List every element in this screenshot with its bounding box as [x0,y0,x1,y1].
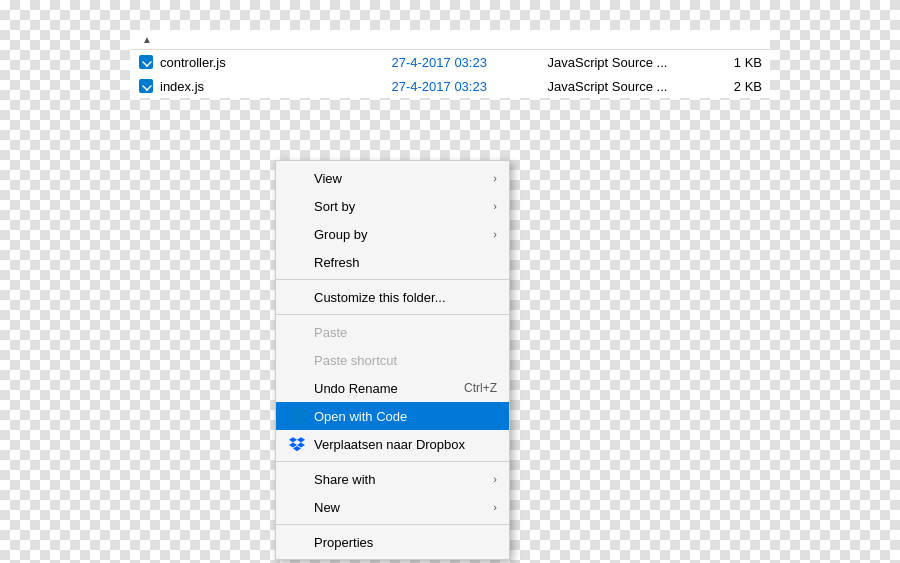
menu-item-view[interactable]: View › [276,164,509,192]
file-date: 27-4-2017 03:23 [392,79,548,94]
menu-icon-placeholder [288,253,306,271]
menu-item-customize[interactable]: Customize this folder... [276,283,509,311]
menu-icon-placeholder [288,533,306,551]
vscode-icon [288,407,306,425]
submenu-arrow-icon: › [493,473,497,485]
submenu-arrow-icon: › [493,200,497,212]
menu-item-label: Open with Code [314,409,407,424]
menu-item-label: Paste shortcut [314,353,397,368]
file-name: index.js [160,79,204,94]
menu-item-new[interactable]: New › [276,493,509,521]
menu-separator [276,279,509,280]
file-name: controller.js [160,55,226,70]
menu-icon-placeholder [288,351,306,369]
file-row[interactable]: index.js 27-4-2017 03:23 JavaScript Sour… [130,74,770,98]
menu-icon-placeholder [288,169,306,187]
submenu-arrow-icon: › [493,228,497,240]
file-icon [138,78,154,94]
file-size: 2 KB [694,79,762,94]
menu-item-left: New [288,498,340,516]
menu-item-left: Group by [288,225,367,243]
file-name-cell: controller.js [138,54,392,70]
menu-item-label: Sort by [314,199,355,214]
file-rows-container: controller.js 27-4-2017 03:23 JavaScript… [130,50,770,98]
menu-item-left: Open with Code [288,407,407,425]
menu-item-refresh[interactable]: Refresh [276,248,509,276]
menu-separator [276,461,509,462]
menu-icon-placeholder [288,197,306,215]
menu-item-left: Refresh [288,253,360,271]
menu-item-label: Refresh [314,255,360,270]
menu-icon-placeholder [288,225,306,243]
file-date: 27-4-2017 03:23 [392,55,548,70]
menu-item-paste: Paste [276,318,509,346]
menu-item-label: Group by [314,227,367,242]
menu-item-paste-shortcut: Paste shortcut [276,346,509,374]
menu-item-label: Verplaatsen naar Dropbox [314,437,465,452]
menu-item-left: Share with [288,470,375,488]
menu-separator [276,524,509,525]
menu-separator [276,314,509,315]
menu-item-verplaatsen-dropbox[interactable]: Verplaatsen naar Dropbox [276,430,509,458]
menu-item-label: Undo Rename [314,381,398,396]
dropbox-icon [288,435,306,453]
submenu-arrow-icon: › [493,501,497,513]
menu-item-left: Undo Rename [288,379,398,397]
sort-arrow-icon: ▲ [142,34,152,45]
file-type: JavaScript Source ... [548,55,694,70]
menu-icon-placeholder [288,288,306,306]
menu-item-group-by[interactable]: Group by › [276,220,509,248]
file-type: JavaScript Source ... [548,79,694,94]
column-name[interactable]: ▲ [138,34,395,45]
menu-item-left: View [288,169,342,187]
menu-item-properties[interactable]: Properties [276,528,509,556]
menu-item-open-with-code[interactable]: Open with Code [276,402,509,430]
menu-item-label: Properties [314,535,373,550]
menu-item-left: Customize this folder... [288,288,446,306]
menu-item-left: Verplaatsen naar Dropbox [288,435,465,453]
file-row[interactable]: controller.js 27-4-2017 03:23 JavaScript… [130,50,770,74]
context-menu: View › Sort by › Group by › Refresh Cust… [275,160,510,560]
menu-icon-placeholder [288,470,306,488]
menu-item-label: New [314,500,340,515]
menu-icon-placeholder [288,498,306,516]
vscode-file-icon [139,79,153,93]
file-list-header: ▲ [130,30,770,50]
vscode-file-icon [139,55,153,69]
file-size: 1 KB [694,55,762,70]
menu-item-label: View [314,171,342,186]
menu-item-sort-by[interactable]: Sort by › [276,192,509,220]
menu-shortcut: Ctrl+Z [464,381,497,395]
menu-item-label: Share with [314,472,375,487]
menu-item-left: Paste [288,323,347,341]
menu-item-left: Paste shortcut [288,351,397,369]
file-icon [138,54,154,70]
menu-item-left: Properties [288,533,373,551]
menu-item-left: Sort by [288,197,355,215]
menu-item-label: Paste [314,325,347,340]
file-name-cell: index.js [138,78,392,94]
menu-icon-placeholder [288,379,306,397]
file-explorer: ▲ controller.js 27-4-2017 03:23 JavaScri… [130,30,770,98]
menu-item-label: Customize this folder... [314,290,446,305]
menu-item-undo-rename[interactable]: Undo Rename Ctrl+Z [276,374,509,402]
submenu-arrow-icon: › [493,172,497,184]
menu-item-share-with[interactable]: Share with › [276,465,509,493]
menu-icon-placeholder [288,323,306,341]
